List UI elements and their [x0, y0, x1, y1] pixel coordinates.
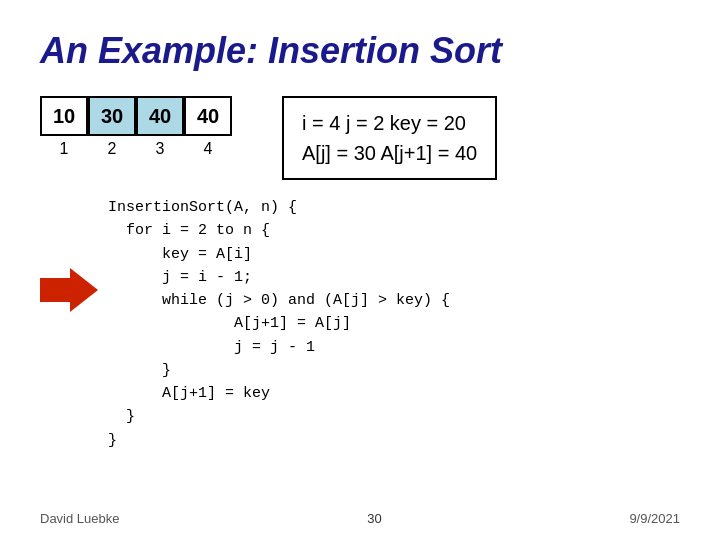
footer-author: David Luebke: [40, 511, 120, 526]
slide: An Example: Insertion Sort 10304040 1234…: [0, 0, 720, 540]
top-row: 10304040 1234 i = 4 j = 2 key = 20 A[j] …: [40, 96, 680, 180]
code-area: InsertionSort(A, n) { for i = 2 to n { k…: [40, 196, 680, 452]
array-cell-2: 40: [136, 96, 184, 136]
array-index-0: 1: [40, 140, 88, 158]
arrow-head: [70, 268, 98, 312]
array-section: 10304040 1234: [40, 96, 232, 158]
footer-page: 30: [367, 511, 381, 526]
array-cells: 10304040: [40, 96, 232, 136]
footer-date: 9/9/2021: [629, 511, 680, 526]
array-cell-0: 10: [40, 96, 88, 136]
arrow-icon: [40, 268, 98, 312]
info-line2: A[j] = 30 A[j+1] = 40: [302, 138, 477, 168]
array-cell-1: 30: [88, 96, 136, 136]
arrow-container: [40, 196, 98, 312]
array-index-2: 3: [136, 140, 184, 158]
array-index-3: 4: [184, 140, 232, 158]
arrow-body: [40, 278, 70, 302]
array-cell-3: 40: [184, 96, 232, 136]
code-block: InsertionSort(A, n) { for i = 2 to n { k…: [108, 196, 450, 452]
array-index-1: 2: [88, 140, 136, 158]
slide-title: An Example: Insertion Sort: [40, 30, 680, 72]
info-line1: i = 4 j = 2 key = 20: [302, 108, 477, 138]
info-box: i = 4 j = 2 key = 20 A[j] = 30 A[j+1] = …: [282, 96, 497, 180]
footer: David Luebke 30 9/9/2021: [40, 511, 680, 526]
array-indices: 1234: [40, 140, 232, 158]
